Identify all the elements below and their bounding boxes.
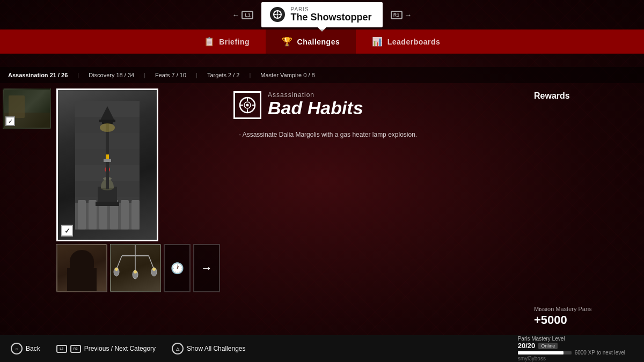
challenge-title-row: Assassination Bad Habits [233,91,515,119]
main-content: ✓ [0,83,644,335]
show-all-label: Show All Challenges [187,345,245,352]
tab-leaderboards[interactable]: 📊 Leaderboards [356,29,456,54]
action-card-clock[interactable]: 🕐 [164,244,191,292]
cards-column: ✓ ✓ [54,83,223,335]
mission-text: Paris The Showstopper [290,6,371,23]
mission-name: The Showstopper [290,12,371,23]
mastery-bar-fill [518,351,564,354]
mastery-title: Paris Mastery Level [518,336,565,342]
rewards-title: Rewards [534,91,636,101]
mastery-level-row: 20/20 Online [518,342,558,350]
r1-button: R1 [391,11,402,19]
thumbnails-strip: ✓ [0,83,54,335]
svg-point-28 [100,123,115,132]
svg-rect-30 [104,159,111,162]
back-label: Back [26,345,40,352]
tab-briefing[interactable]: 📋 Briefing [188,29,266,54]
filter-master[interactable]: Master Vampire 0 / 8 [260,72,324,78]
challenge-icon-box [233,91,261,119]
show-all-action[interactable]: △ Show All Challenges [172,343,245,354]
briefing-icon: 📋 [204,36,215,47]
svg-point-1 [276,13,279,16]
filter-targets[interactable]: Targets 2 / 2 [207,72,250,78]
svg-point-41 [152,268,156,271]
username: smyl3yboss [518,356,546,361]
right-arrow-icon: → [201,261,213,275]
svg-rect-12 [78,200,86,230]
r2-button[interactable]: R2 [70,345,81,353]
back-button[interactable]: ○ [11,343,23,354]
small-card-2[interactable]: ✓ [110,244,161,292]
challenge-description: Assassinate Dalia Margolis with a gas he… [233,130,515,140]
small-cards-row: ✓ [56,244,220,292]
reward-label: Mission Mastery Paris [534,306,636,312]
filter-discovery[interactable]: Discovery 18 / 34 [89,72,144,78]
challenge-title: Bad Habits [268,99,363,117]
mastery-bar [518,351,572,354]
reward-value: +5000 [534,313,636,327]
bottom-bar: ○ Back L2 R2 Previous / Next Category △ … [0,335,644,362]
challenge-card-main[interactable]: ✓ [56,88,158,241]
main-card-check: ✓ [61,225,73,237]
tab-challenges[interactable]: 🏆 Challenges [266,29,356,54]
top-navigation: ← L1 Paris The Showstopper R1 → [0,0,644,67]
lamp-illustration [58,90,157,240]
mission-tab[interactable]: Paris The Showstopper [261,2,382,27]
tab-challenges-label: Challenges [297,38,340,46]
next-mission-button[interactable]: R1 → [383,11,420,19]
rewards-panel: Rewards Mission Mastery Paris +5000 [526,83,644,335]
online-badge: Online [538,343,558,349]
mission-icon [270,7,285,22]
detail-rewards-container: Assassination Bad Habits Assassinate Dal… [223,83,644,335]
tab-bar: 📋 Briefing 🏆 Challenges 📊 Leaderboards [0,29,644,54]
back-action[interactable]: ○ Back [11,343,40,354]
mission-selector-row: ← L1 Paris The Showstopper R1 → [0,0,644,29]
svg-point-40 [134,270,137,274]
mastery-section: Paris Mastery Level 20/20 Online 6000 XP… [518,336,625,361]
svg-rect-16 [121,200,129,230]
filter-bar: Assassination 21 / 26 | Discovery 18 / 3… [0,67,644,83]
prev-next-label: Previous / Next Category [84,345,156,352]
cards-detail-section: ✓ ✓ [54,83,644,335]
mastery-xp: 6000 XP to next level [575,350,625,356]
prev-next-action[interactable]: L2 R2 Previous / Next Category [56,345,156,353]
challenges-icon: 🏆 [282,36,293,47]
svg-rect-19 [96,202,119,206]
l1-button: L1 [241,11,253,19]
mastery-level: 20/20 [518,342,536,350]
action-card-arrow[interactable]: → [193,244,220,292]
thumbnail-item-1[interactable]: ✓ [3,88,51,129]
mastery-bar-row: 6000 XP to next level [518,350,625,356]
challenge-title-text: Assassination Bad Habits [268,91,363,117]
leaderboards-icon: 📊 [372,36,383,47]
tab-briefing-label: Briefing [219,38,250,46]
svg-point-43 [246,104,249,107]
challenge-detail: Assassination Bad Habits Assassinate Dal… [223,83,526,335]
svg-rect-17 [131,200,140,230]
upper-content: ✓ ✓ [54,83,644,335]
small-card-1[interactable]: ✓ [56,244,107,292]
svg-line-35 [149,256,154,269]
svg-line-33 [116,256,122,269]
reward-item: Mission Mastery Paris +5000 [534,298,636,327]
prev-mission-button[interactable]: ← L1 [224,11,261,19]
svg-point-39 [115,268,118,271]
small-card-1-check: ✓ [57,291,106,292]
tab-leaderboards-label: Leaderboards [387,38,441,46]
svg-rect-27 [99,120,115,122]
l2-button[interactable]: L2 [56,345,67,353]
triangle-button[interactable]: △ [172,343,184,354]
small-card-2-check: ✓ [111,291,160,292]
filter-assassination[interactable]: Assassination 21 / 26 [8,72,77,78]
filter-feats[interactable]: Feats 7 / 10 [155,72,196,78]
svg-rect-13 [89,200,97,230]
thumb-1-check: ✓ [5,116,15,126]
